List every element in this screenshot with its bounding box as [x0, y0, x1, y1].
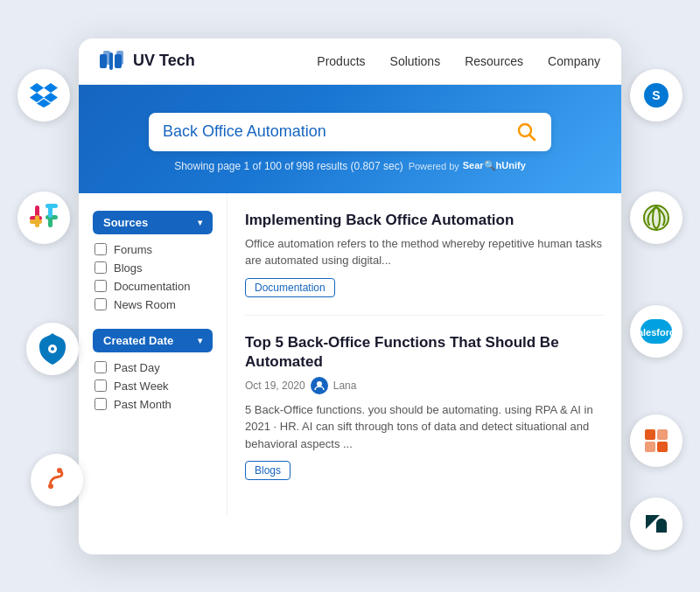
icon-dropbox [18, 69, 70, 122]
forums-label: Forums [114, 243, 152, 256]
sidebar: Sources ▾ Forums Blogs [79, 193, 228, 516]
blogs-checkbox[interactable] [94, 261, 107, 274]
search-input[interactable] [163, 122, 516, 141]
svg-rect-21 [657, 442, 668, 452]
newsroom-label: News Room [114, 298, 176, 311]
results-area: Implementing Back Office Automation Offi… [228, 193, 621, 516]
result-1-tag[interactable]: Documentation [245, 278, 335, 297]
result-2-snippet: 5 Back-Office functions. you should be a… [245, 401, 604, 453]
sources-filter: Sources ▾ Forums Blogs [93, 211, 213, 311]
svg-text:salesforce: salesforce [640, 327, 672, 338]
pastmonth-checkbox[interactable] [94, 398, 107, 410]
icon-salesforce: salesforce [630, 305, 682, 358]
search-hero: Showing page 1 of 100 of 998 results (0.… [79, 85, 621, 193]
svg-point-30 [317, 381, 322, 387]
page-wrapper: S salesforce [18, 17, 682, 576]
result-1-snippet: Office automation refers to the method w… [245, 235, 604, 269]
svg-rect-18 [645, 429, 655, 440]
sources-header[interactable]: Sources ▾ [93, 211, 213, 234]
date-chevron-icon: ▾ [198, 336, 202, 345]
result-2-tag[interactable]: Blogs [245, 461, 290, 480]
newsroom-checkbox[interactable] [94, 298, 107, 310]
svg-text:S: S [652, 88, 660, 102]
result-2-meta: Oct 19, 2020 Lana [245, 377, 604, 394]
result-2-date: Oct 19, 2020 [245, 380, 305, 392]
search-bar [149, 113, 551, 151]
results-count: Showing page 1 of 100 of 998 results (0.… [174, 160, 403, 172]
svg-point-9 [51, 347, 54, 351]
sources-label: Sources [103, 216, 148, 229]
blogs-label: Blogs [114, 261, 143, 275]
result-1-title[interactable]: Implementing Back Office Automation [245, 211, 604, 230]
logo[interactable]: UV Tech [100, 51, 195, 72]
filter-past-day[interactable]: Past Day [94, 361, 213, 374]
icon-zendesk [630, 498, 682, 550]
svg-rect-7 [46, 204, 58, 208]
forums-checkbox[interactable] [94, 243, 107, 255]
documentation-checkbox[interactable] [94, 280, 107, 292]
nav-products[interactable]: Products [317, 54, 365, 68]
svg-line-29 [529, 135, 535, 140]
nav-company[interactable]: Company [548, 54, 600, 68]
nav-solutions[interactable]: Solutions [390, 54, 441, 68]
sources-chevron-icon: ▾ [198, 218, 202, 227]
sources-items: Forums Blogs Documentation News Roo [93, 243, 213, 311]
icon-green-circle [630, 192, 682, 244]
filter-newsroom[interactable]: News Room [94, 298, 213, 311]
result-card-2: Top 5 Back-Office Functions That Should … [245, 333, 604, 498]
pastday-label: Past Day [114, 361, 160, 374]
documentation-label: Documentation [114, 280, 190, 293]
date-label: Created Date [103, 334, 173, 347]
result-2-title[interactable]: Top 5 Back-Office Functions That Should … [245, 333, 604, 372]
icon-drupal [26, 323, 79, 375]
icon-sharepoint: S [630, 69, 682, 122]
navbar: UV Tech Products Solutions Resources Com… [79, 38, 621, 85]
svg-point-11 [48, 484, 53, 489]
svg-rect-5 [30, 219, 42, 224]
date-items: Past Day Past Week Past Month [93, 361, 213, 411]
nav-links: Products Solutions Resources Company [317, 54, 600, 68]
search-icon [516, 122, 537, 143]
content-area: Sources ▾ Forums Blogs [79, 193, 621, 516]
pastweek-checkbox[interactable] [94, 380, 107, 392]
powered-by: Powered by Sear🔍hUnify [409, 160, 526, 171]
result-card-1: Implementing Back Office Automation Offi… [245, 211, 604, 316]
svg-rect-20 [645, 442, 655, 452]
search-button[interactable] [516, 122, 537, 143]
date-filter: Created Date ▾ Past Day Past Week [93, 329, 213, 411]
svg-rect-27 [116, 51, 123, 65]
results-info: Showing page 1 of 100 of 998 results (0.… [114, 160, 586, 172]
svg-rect-25 [109, 52, 113, 70]
brand-name: UV Tech [133, 52, 195, 70]
svg-rect-19 [657, 429, 668, 440]
result-2-author: Lana [333, 380, 357, 392]
filter-blogs[interactable]: Blogs [94, 261, 213, 275]
searchunify-brand: Sear🔍hUnify [463, 160, 526, 171]
icon-orange-grid [630, 414, 682, 467]
logo-icon [100, 51, 126, 72]
icon-hook [31, 454, 83, 506]
svg-rect-24 [103, 51, 110, 65]
pastmonth-label: Past Month [114, 398, 172, 411]
filter-forums[interactable]: Forums [94, 243, 213, 256]
icon-slack [18, 192, 70, 244]
date-header[interactable]: Created Date ▾ [93, 329, 213, 352]
filter-documentation[interactable]: Documentation [94, 280, 213, 293]
pastweek-label: Past Week [114, 380, 169, 393]
main-card: UV Tech Products Solutions Resources Com… [79, 38, 621, 554]
svg-point-10 [57, 468, 62, 473]
pastday-checkbox[interactable] [94, 361, 107, 373]
filter-past-week[interactable]: Past Week [94, 380, 213, 393]
nav-resources[interactable]: Resources [465, 54, 523, 68]
result-2-author-icon [311, 377, 328, 394]
filter-past-month[interactable]: Past Month [94, 398, 213, 411]
